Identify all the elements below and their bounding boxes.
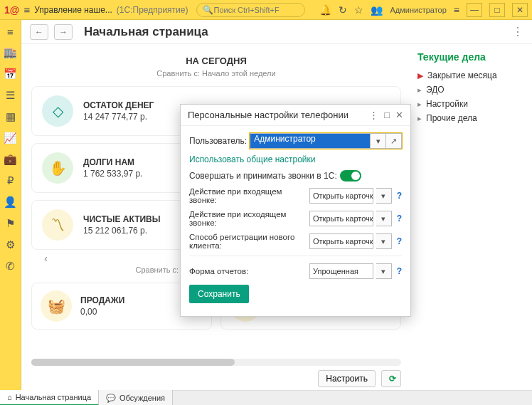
card-value: 1 762 533,97 р.: [83, 169, 142, 179]
dialog-close-icon[interactable]: ✕: [395, 110, 403, 120]
hscroll-thumb[interactable]: [31, 359, 235, 366]
calls-toggle[interactable]: [340, 170, 361, 182]
maximize-button[interactable]: □: [489, 3, 505, 17]
arrow-icon: ▸: [417, 85, 422, 95]
card-value: 14 247 774,77 р.: [83, 112, 154, 122]
search-input[interactable]: [213, 6, 299, 14]
close-button[interactable]: ✕: [512, 3, 528, 17]
arrow-icon: ▸: [417, 114, 422, 123]
help-icon[interactable]: ?: [397, 191, 402, 201]
dropdown-icon[interactable]: ▾: [376, 188, 392, 204]
report-select[interactable]: Упрощенная: [309, 263, 373, 279]
sb-person-icon[interactable]: 👤: [4, 196, 17, 209]
filter-icon[interactable]: ≡: [454, 4, 459, 16]
newclient-label: Способ регистрации нового клиента:: [189, 233, 307, 250]
arrow-icon: ▶: [417, 71, 423, 80]
outgoing-select[interactable]: Открыть карточку клиента: [309, 211, 373, 226]
divider: [189, 256, 402, 256]
task-label: Прочие дела: [426, 113, 477, 123]
incoming-label: Действие при входящем звонке:: [189, 187, 307, 204]
sb-list-icon[interactable]: ☰: [6, 89, 15, 102]
star-icon[interactable]: ☆: [354, 4, 363, 16]
sidebar: ≡ 🏬 📅 ☰ ▦ 📈 💼 ₽ 👤 ⚑ ⚙ ✆: [0, 20, 21, 390]
configure-button[interactable]: Настроить: [318, 370, 376, 387]
sb-store-icon[interactable]: 🏬: [4, 46, 17, 59]
arrow-icon: ▸: [417, 100, 422, 109]
nav-back-button[interactable]: ←: [30, 24, 48, 40]
card-value: 0,00: [80, 307, 124, 317]
home-icon: ⌂: [7, 393, 12, 401]
tab-start[interactable]: ⌂Начальная страница: [0, 390, 99, 405]
shared-settings-link[interactable]: Использовать общие настройки: [189, 154, 316, 164]
calls-label: Совершать и принимать звонки в 1С:: [189, 171, 337, 181]
app-logo: 1@: [4, 4, 19, 16]
refresh-button[interactable]: ⟳: [381, 370, 401, 387]
sb-ruble-icon[interactable]: ₽: [7, 174, 14, 187]
sb-chart-icon[interactable]: 📈: [4, 132, 17, 144]
user-label[interactable]: Администратор: [390, 6, 446, 14]
card-title: ЧИСТЫЕ АКТИВЫ: [83, 214, 161, 224]
sb-flag-icon[interactable]: ⚑: [6, 217, 15, 230]
help-icon[interactable]: ?: [397, 236, 402, 246]
tasks-heading: Текущие дела: [417, 51, 526, 63]
report-label: Форма отчетов:: [189, 267, 307, 275]
card-value: 15 212 061,76 р.: [83, 226, 161, 236]
history-icon[interactable]: ↻: [339, 4, 347, 16]
incoming-select[interactable]: Открыть карточку клиента: [309, 188, 373, 204]
tab-label: Обсуждения: [119, 394, 165, 402]
money-icon: ◇: [42, 95, 73, 127]
tasks-panel: Текущие дела ▶Закрытие месяца ▸ЭДО ▸Наст…: [411, 44, 532, 390]
hscrollbar[interactable]: [31, 359, 401, 366]
open-icon[interactable]: ↗: [386, 133, 402, 149]
sb-brief-icon[interactable]: 💼: [4, 153, 17, 166]
bottom-tabs: ⌂Начальная страница 💬Обсуждения: [0, 390, 532, 405]
minimize-button[interactable]: —: [467, 3, 482, 17]
sb-phone-icon[interactable]: ✆: [6, 260, 15, 273]
bell-icon[interactable]: 🔔: [319, 4, 331, 16]
tab-talks[interactable]: 💬Обсуждения: [99, 390, 173, 405]
page-menu-icon[interactable]: ⋮: [512, 25, 523, 38]
search-wrap[interactable]: 🔍: [196, 3, 305, 17]
titlebar: 1@ ≡ Управление наше... (1С:Предприятие)…: [0, 0, 532, 20]
dropdown-icon[interactable]: ▾: [376, 263, 392, 279]
toggle-knob: [351, 172, 360, 180]
today-heading: НА СЕГОДНЯ: [31, 56, 401, 66]
page-title: Начальная страница: [84, 25, 208, 39]
sb-grid-icon[interactable]: ▦: [6, 110, 16, 123]
tab-label: Начальная страница: [16, 393, 91, 401]
user-label: Пользователь:: [189, 136, 247, 146]
hand-icon: ✋: [42, 152, 73, 184]
today-sub: Сравнить с: Начало этой недели: [31, 69, 401, 78]
menu-icon[interactable]: ≡: [23, 4, 30, 16]
users-icon[interactable]: 👥: [371, 4, 383, 16]
task-item[interactable]: ▸ЭДО: [417, 83, 526, 97]
nav-fwd-button[interactable]: →: [54, 24, 73, 40]
task-label: Закрытие месяца: [427, 70, 497, 80]
dropdown-icon[interactable]: ▾: [376, 233, 392, 249]
basket-icon: 🧺: [41, 290, 72, 322]
task-item[interactable]: ▸Прочие дела: [417, 111, 526, 125]
help-icon[interactable]: ?: [397, 214, 402, 223]
help-icon[interactable]: ?: [397, 266, 402, 276]
task-item[interactable]: ▶Закрытие месяца: [417, 68, 526, 83]
dialog-menu-icon[interactable]: ⋮: [369, 110, 378, 120]
telephony-dialog: Персональные настройки телефонии ⋮ □ ✕ П…: [180, 104, 411, 317]
chart-icon: 〽: [42, 209, 73, 241]
chat-icon: 💬: [106, 394, 116, 403]
task-label: Настройки: [426, 99, 468, 109]
newclient-select[interactable]: Открыть карточку клиента: [309, 233, 373, 249]
card-title: ОСТАТОК ДЕНЕГ: [83, 100, 154, 110]
sb-menu-icon[interactable]: ≡: [7, 26, 14, 38]
task-item[interactable]: ▸Настройки: [417, 97, 526, 111]
dialog-max-icon[interactable]: □: [384, 110, 390, 120]
sb-gear-icon[interactable]: ⚙: [6, 238, 15, 251]
save-button[interactable]: Сохранить: [189, 285, 249, 303]
card-title: ПРОДАЖИ: [80, 295, 124, 305]
user-field[interactable]: Администратор: [250, 133, 371, 149]
sb-calendar-icon[interactable]: 📅: [4, 68, 17, 80]
search-icon: 🔍: [203, 5, 213, 15]
dropdown-icon[interactable]: ▾: [376, 211, 392, 226]
dialog-title: Персональные настройки телефонии: [188, 110, 349, 120]
dropdown-icon[interactable]: ▾: [371, 133, 386, 149]
app-subtitle: (1С:Предприятие): [117, 5, 188, 15]
